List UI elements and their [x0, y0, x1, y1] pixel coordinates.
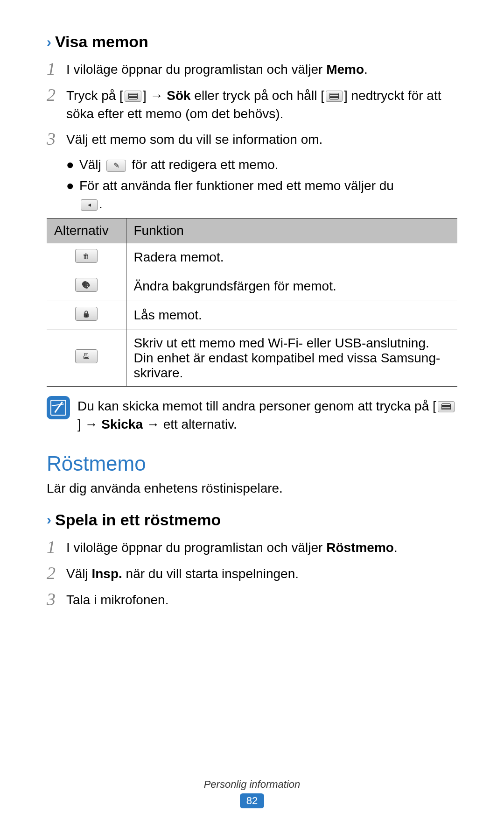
step-item: 1 I viloläge öppnar du programlistan och…: [47, 59, 457, 79]
section-title-rostmemo: Röstmemo: [47, 452, 457, 475]
page-footer: Personlig information 82: [0, 778, 504, 808]
bullet-item: ● Välj för att redigera ett memo.: [66, 156, 457, 174]
table-row: Ändra bakgrundsfärgen för memot.: [47, 272, 457, 301]
chevron-icon: ›: [47, 512, 51, 528]
bullet-list: ● Välj för att redigera ett memo. ● För …: [47, 156, 457, 213]
note-icon: [47, 396, 70, 419]
step-list-visa: 1 I viloläge öppnar du programlistan och…: [47, 59, 457, 149]
subsection-title-text: Visa memon: [55, 33, 148, 51]
print-icon: [75, 349, 98, 363]
table-header-row: Alternativ Funktion: [47, 218, 457, 243]
step-number: 1: [47, 59, 66, 79]
step-item: 3 Välj ett memo som du vill se informati…: [47, 129, 457, 149]
step-number: 2: [47, 85, 66, 105]
bullet-dot: ●: [66, 156, 79, 174]
page-number-badge: 82: [240, 793, 264, 808]
subsection-title-text: Spela in ett röstmemo: [55, 511, 221, 529]
step-text: Välj ett memo som du vill se information…: [66, 129, 457, 148]
options-table: Alternativ Funktion Radera memot. Ändra …: [47, 218, 457, 387]
section-intro: Lär dig använda enhetens röstinispelare.: [47, 481, 457, 496]
step-item: 1 I viloläge öppnar du programlistan och…: [47, 537, 457, 557]
table-row: Lås memot.: [47, 301, 457, 330]
step-text: Tala i mikrofonen.: [66, 590, 457, 609]
table-cell-icon: [47, 330, 126, 386]
note-text: Du kan skicka memot till andra personer …: [77, 396, 457, 433]
table-header-funktion: Funktion: [126, 218, 457, 243]
footer-chapter-text: Personlig information: [0, 778, 504, 791]
table-cell-text: Lås memot.: [126, 301, 457, 330]
step-text: Välj Insp. när du vill starta inspelning…: [66, 564, 457, 583]
step-text: I viloläge öppnar du programlistan och v…: [66, 537, 457, 557]
step-item: 3 Tala i mikrofonen.: [47, 590, 457, 609]
menu-icon: [438, 401, 455, 412]
note-box: Du kan skicka memot till andra personer …: [47, 396, 457, 433]
table-cell-icon: [47, 301, 126, 330]
table-header-alternativ: Alternativ: [47, 218, 126, 243]
lock-icon: [75, 307, 98, 321]
table-cell-text: Skriv ut ett memo med Wi-Fi- eller USB-a…: [126, 330, 457, 386]
subsection-header: › Spela in ett röstmemo: [47, 511, 457, 529]
step-number: 1: [47, 537, 66, 557]
pencil-icon: [106, 160, 126, 172]
table-cell-text: Ändra bakgrundsfärgen för memot.: [126, 272, 457, 301]
step-number: 2: [47, 564, 66, 583]
table-cell-text: Radera memot.: [126, 243, 457, 272]
step-list-spela: 1 I viloläge öppnar du programlistan och…: [47, 537, 457, 609]
bullet-text: För att använda fler funktioner med ett …: [79, 177, 457, 213]
menu-icon: [326, 91, 343, 102]
table-row: Skriv ut ett memo med Wi-Fi- eller USB-a…: [47, 330, 457, 386]
palette-icon: [75, 278, 98, 292]
bullet-dot: ●: [66, 177, 79, 195]
subsection-header: › Visa memon: [47, 33, 457, 51]
table-row: Radera memot.: [47, 243, 457, 272]
table-cell-icon: [47, 243, 126, 272]
step-item: 2 Välj Insp. när du vill starta inspelni…: [47, 564, 457, 583]
step-text: Tryck på [] → Sök eller tryck på och hål…: [66, 85, 457, 123]
bullet-text: Välj för att redigera ett memo.: [79, 156, 457, 174]
step-item: 2 Tryck på [] → Sök eller tryck på och h…: [47, 85, 457, 123]
trash-icon: [75, 249, 98, 263]
chevron-icon: ›: [47, 34, 51, 50]
menu-icon: [125, 91, 141, 102]
step-number: 3: [47, 129, 66, 149]
step-number: 3: [47, 590, 66, 609]
bullet-item: ● För att använda fler funktioner med et…: [66, 177, 457, 213]
table-cell-icon: [47, 272, 126, 301]
arrow-left-icon: [81, 199, 98, 211]
step-text: I viloläge öppnar du programlistan och v…: [66, 59, 457, 78]
